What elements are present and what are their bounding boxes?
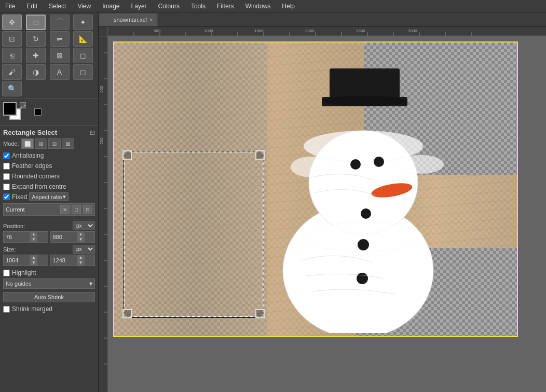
size-label: Size: (3, 246, 16, 253)
clear-current-btn[interactable]: ✕ (60, 205, 70, 214)
tab-close-btn[interactable]: ✕ (149, 17, 153, 23)
divider (3, 219, 95, 219)
svg-text:1000: 1000 (204, 29, 213, 33)
antialiasing-label: Antialiasing (12, 152, 44, 159)
expand-centre-checkbox[interactable] (3, 184, 10, 190)
size-input-pair: 1064 ▲ ▼ 1248 ▲ ▼ (3, 255, 95, 266)
swap-colors[interactable]: ⇌ (20, 102, 26, 108)
menu-tools[interactable]: Tools (188, 2, 209, 11)
left-transparent-overlay (114, 43, 267, 336)
zoom-tool[interactable]: 🔍 (2, 81, 22, 96)
menubar: File Edit Select View Image Layer Colour… (0, 0, 546, 12)
size-label-row: Size: px mm in (3, 245, 95, 254)
canvas-scroll[interactable] (108, 36, 546, 392)
image-tab[interactable]: snowman.xcf ✕ (99, 13, 158, 26)
pos-x-up[interactable]: ▲ (30, 232, 37, 237)
rounded-corners-row: Rounded corners (3, 172, 95, 181)
crop-tool[interactable]: ⊡ (2, 31, 22, 47)
mode-buttons: ⬜ ⊞ ⊟ ⊠ (21, 138, 74, 149)
rotate-tool[interactable]: ↻ (26, 31, 46, 47)
menu-help[interactable]: Help (279, 2, 298, 11)
menu-filters[interactable]: Filters (214, 2, 237, 11)
position-y-input: 880 ▲ ▼ (50, 231, 95, 243)
size-h-field[interactable]: 1248 (51, 256, 77, 264)
current-label: Current (6, 206, 58, 213)
svg-text:1500: 1500 (254, 29, 264, 33)
canvas-area: snowman.xcf ✕ (99, 12, 546, 392)
svg-text:3000: 3000 (408, 29, 417, 33)
fuzzy-select-tool[interactable]: ✦ (73, 15, 93, 30)
feather-edges-checkbox[interactable] (3, 163, 10, 170)
snowman-svg (260, 53, 477, 333)
size-w-field[interactable]: 1064 (4, 256, 30, 264)
guides-label: No guides (6, 281, 89, 287)
position-unit-select[interactable]: px mm in (73, 221, 95, 230)
menu-colours[interactable]: Colours (155, 2, 183, 11)
shear-tool[interactable]: ◻ (73, 48, 93, 63)
paint-tool[interactable]: 🖌 (2, 64, 22, 80)
guides-row[interactable]: No guides ▾ (3, 278, 95, 289)
pos-y-field[interactable]: 880 (51, 233, 77, 241)
panel-collapse-btn[interactable]: ⊟ (90, 129, 95, 136)
svg-point-44 (304, 131, 423, 162)
position-input-pair: 76 ▲ ▼ 880 ▲ ▼ (3, 231, 95, 243)
size-h-arrows: ▲ ▼ (77, 255, 85, 265)
menu-layer[interactable]: Layer (128, 2, 150, 11)
copy-current-btn[interactable]: ⎘ (83, 205, 92, 214)
size-unit-select[interactable]: px mm in (73, 245, 95, 254)
new-current-btn[interactable]: □ (72, 205, 81, 214)
lasso-tool[interactable]: ⌒ (50, 15, 70, 30)
menu-select[interactable]: Select (46, 2, 69, 11)
eraser-tool[interactable]: ◻ (73, 64, 93, 80)
size-h-up[interactable]: ▲ (77, 255, 85, 260)
menu-file[interactable]: File (2, 2, 18, 11)
svg-text:2000: 2000 (305, 29, 315, 33)
active-color-swatch (34, 108, 42, 116)
measure-tool[interactable]: 📐 (73, 31, 93, 47)
auto-shrink-button[interactable]: Auto Shrink (3, 292, 95, 302)
image-background (114, 43, 517, 336)
mode-intersect[interactable]: ⊠ (62, 138, 74, 149)
perspective-tool[interactable]: ⊠ (50, 48, 70, 63)
feather-edges-row: Feather edges (3, 161, 95, 171)
foreground-color[interactable] (3, 102, 17, 116)
move-tool[interactable]: ✥ (2, 15, 22, 30)
tool-options-panel: Rectangle Select ⊟ Mode: ⬜ ⊞ ⊟ ⊠ Antiali… (0, 125, 98, 392)
tool-icons-grid: ✥ ▭ ⌒ ✦ ⊡ ↻ ⇌ 📐 ⎗ ✚ ⊠ ◻ 🖌 ◑ A ◻ 🔍 (0, 12, 98, 99)
heal-tool[interactable]: ✚ (26, 48, 46, 63)
pos-y-up[interactable]: ▲ (77, 232, 85, 237)
svg-point-52 (358, 239, 369, 250)
guides-dropdown-icon: ▾ (89, 280, 92, 287)
clone-tool[interactable]: ⎗ (2, 48, 22, 63)
rounded-corners-checkbox[interactable] (3, 173, 10, 180)
menu-view[interactable]: View (74, 2, 94, 11)
color-selector: ⇌ (0, 99, 98, 125)
menu-windows[interactable]: Windows (242, 2, 274, 11)
aspect-ratio-dropdown[interactable]: Aspect ratio ▾ (29, 192, 69, 201)
mode-subtract[interactable]: ⊟ (48, 138, 61, 149)
flip-tool[interactable]: ⇌ (50, 31, 70, 47)
top-ruler: 500 1000 1500 2000 2500 (108, 27, 546, 36)
highlight-checkbox[interactable] (3, 270, 10, 276)
pos-x-field[interactable]: 76 (4, 233, 30, 241)
size-h-down[interactable]: ▼ (77, 260, 85, 265)
rounded-corners-label: Rounded corners (12, 173, 60, 180)
pos-y-down[interactable]: ▼ (77, 237, 85, 242)
size-w-down[interactable]: ▼ (30, 260, 37, 265)
menu-image[interactable]: Image (99, 2, 122, 11)
feather-edges-label: Feather edges (12, 162, 52, 170)
dodge-tool[interactable]: ◑ (26, 64, 46, 80)
pos-x-down[interactable]: ▼ (30, 237, 37, 242)
mode-replace[interactable]: ⬜ (21, 138, 34, 149)
position-label-row: Position: px mm in (3, 221, 95, 230)
text-tool[interactable]: A (50, 64, 70, 80)
shrink-merged-checkbox[interactable] (3, 306, 10, 313)
position-x-input: 76 ▲ ▼ (3, 231, 48, 243)
rect-select-tool[interactable]: ▭ (26, 15, 46, 30)
antialiasing-checkbox[interactable] (3, 152, 10, 159)
mode-add[interactable]: ⊞ (35, 138, 47, 149)
fixed-checkbox[interactable] (3, 193, 10, 200)
size-w-up[interactable]: ▲ (30, 255, 37, 260)
menu-edit[interactable]: Edit (23, 2, 40, 11)
svg-point-43 (322, 96, 407, 106)
